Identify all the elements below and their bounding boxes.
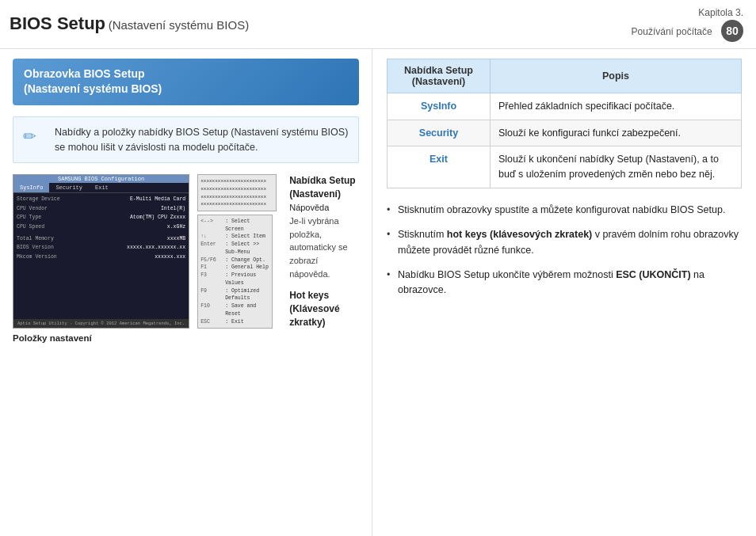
setup-table: Nabídka Setup (Nastavení) Popis SysInfoP…	[387, 59, 742, 188]
table-desc-exit: Slouží k ukončení nabídky Setup (Nastave…	[491, 146, 742, 188]
main-content: Obrazovka BIOS Setup (Nastavení systému …	[0, 49, 756, 536]
table-row: ExitSlouží k ukončení nabídky Setup (Nas…	[388, 146, 742, 188]
bios-callout-labels: Nabídka Setup(Nastavení) Nápověda Je-li …	[284, 174, 359, 329]
sub-title: (Nastavení systému BIOS)	[109, 18, 250, 32]
table-desc-security: Slouží ke konfiguraci funkcí zabezpečení…	[491, 120, 742, 146]
bios-menu-bar: SysInfo Security Exit	[13, 183, 189, 193]
bios-data-panel: xxxxxxxxxxxxxxxxxxxxxxx xxxxxxxxxxxxxxxx…	[197, 174, 277, 211]
right-column: Nabídka Setup (Nastavení) Popis SysInfoP…	[372, 49, 756, 536]
label-nabidka: Nabídka Setup(Nastavení) Nápověda Je-li …	[289, 174, 359, 280]
table-row: SysInfoPřehled základních specifikací po…	[388, 93, 742, 120]
note-box: ✏ Nabídky a položky nabídky BIOS Setup (…	[13, 116, 359, 164]
bios-menu-exit[interactable]: Exit	[89, 183, 115, 192]
header-title: BIOS Setup (Nastavení systému BIOS)	[10, 13, 249, 34]
table-label-sysinfo: SysInfo	[388, 93, 491, 120]
note-text: Nabídky a položky nabídky BIOS Setup (Na…	[55, 125, 349, 155]
label-hotkeys: Hot keys(Klávesovézkratky)	[289, 289, 359, 329]
page-header: BIOS Setup (Nastavení systému BIOS) Kapi…	[0, 0, 756, 49]
table-desc-sysinfo: Přehled základních specifikací počítače.	[491, 93, 742, 120]
bios-screen: SAMSUNG BIOS Configuration SysInfo Secur…	[13, 174, 189, 329]
bios-menu-sysinfo[interactable]: SysInfo	[13, 183, 49, 192]
bios-screenshot-area: SAMSUNG BIOS Configuration SysInfo Secur…	[13, 174, 359, 329]
section-heading: Obrazovka BIOS Setup (Nastavení systému …	[13, 59, 359, 105]
table-row: SecuritySlouží ke konfiguraci funkcí zab…	[388, 120, 742, 146]
left-column: Obrazovka BIOS Setup (Nastavení systému …	[0, 49, 372, 536]
bullet-item: Nabídku BIOS Setup ukončíte výběrem možn…	[387, 268, 742, 298]
bullet-list: Stisknutím obrazovky spustíte a můžete k…	[387, 203, 742, 298]
bios-footer: Aptio Setup Utility - Copyright © 2012 A…	[13, 319, 189, 328]
chapter-label: Kapitola 3.	[698, 7, 743, 18]
table-label-security: Security	[388, 120, 491, 146]
bios-help-panel: <-->: Select Screen ↑↓: Select Item Ente…	[197, 215, 273, 329]
note-icon: ✏	[23, 127, 47, 146]
table-header-nabidka: Nabídka Setup (Nastavení)	[388, 59, 491, 93]
page-number: 80	[721, 20, 743, 42]
header-right: Kapitola 3. Používání počítače 80	[632, 6, 743, 42]
bullet-item: Stisknutím obrazovky spustíte a můžete k…	[387, 203, 742, 218]
bios-title-bar: SAMSUNG BIOS Configuration	[13, 175, 189, 183]
table-label-exit: Exit	[388, 146, 491, 188]
bios-body: Storage DeviceE-Multi Media Card CPU Ven…	[13, 193, 189, 264]
bios-caption: Položky nastavení	[13, 333, 359, 343]
main-title: BIOS Setup	[10, 13, 105, 33]
section-title: Obrazovka BIOS Setup (Nastavení systému …	[24, 67, 348, 97]
table-header-popis: Popis	[491, 59, 742, 93]
bios-menu-security[interactable]: Security	[49, 183, 89, 192]
bullet-item: Stisknutím hot keys (klávesových zkratek…	[387, 227, 742, 258]
bios-right-panels: xxxxxxxxxxxxxxxxxxxxxxx xxxxxxxxxxxxxxxx…	[197, 174, 277, 329]
chapter-sub-label: Používání počítače	[632, 26, 712, 37]
